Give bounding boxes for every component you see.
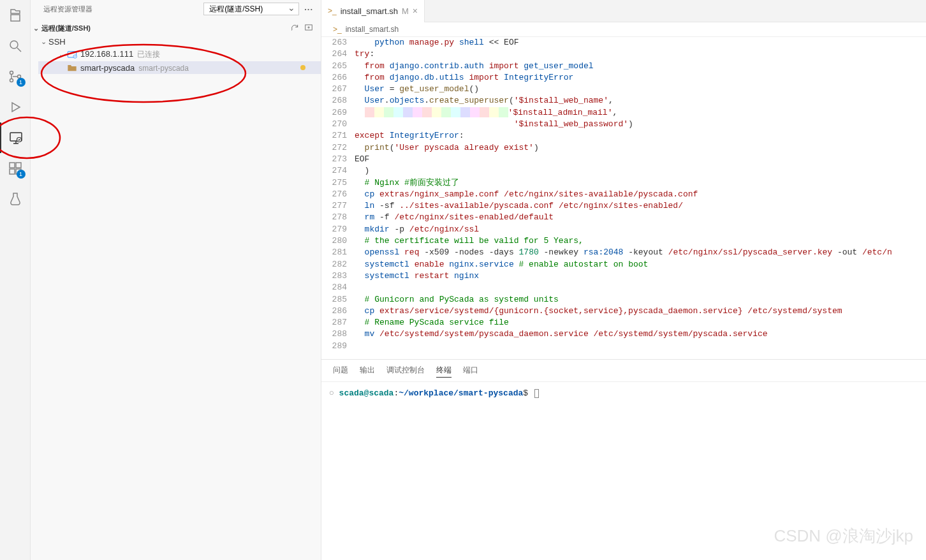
activity-bar: 1 1 — [0, 0, 31, 560]
vm-connect-icon — [66, 50, 78, 60]
editor-area: >_ install_smart.sh M × >_ install_smart… — [321, 0, 926, 560]
panel-tab-1[interactable]: 输出 — [360, 364, 375, 378]
explorer-icon[interactable] — [0, 0, 31, 31]
chevron-down-icon: ⌄ — [38, 38, 48, 46]
extensions-icon[interactable]: 1 — [0, 153, 31, 184]
sidebar-header: 远程资源管理器 远程(隧道/SSH) ··· — [31, 0, 321, 18]
svg-rect-8 — [10, 169, 15, 174]
remote-explorer-icon[interactable] — [0, 122, 31, 153]
panel-tab-2[interactable]: 调试控制台 — [386, 364, 425, 378]
cursor-icon — [534, 389, 539, 398]
ssh-group[interactable]: ⌄ SSH — [38, 36, 321, 48]
bottom-panel: 问题输出调试控制台终端端口 ○ scada@scada:~/workplace/… — [321, 359, 926, 560]
code-editor[interactable]: 2632642652662672682692702712722732742752… — [321, 37, 926, 359]
chevron-down-icon: ⌄ — [56, 50, 66, 59]
refresh-icon[interactable] — [290, 23, 299, 33]
svg-line-1 — [17, 48, 21, 52]
close-icon[interactable]: × — [413, 6, 418, 16]
panel-tabs: 问题输出调试控制台终端端口 — [321, 360, 926, 382]
terminal[interactable]: ○ scada@scada:~/workplace/smart-pyscada$ — [321, 382, 926, 560]
shell-file-icon: >_ — [333, 25, 342, 34]
svg-rect-10 — [16, 163, 21, 168]
testing-icon[interactable] — [0, 184, 31, 214]
svg-rect-7 — [10, 163, 15, 168]
panel-tab-4[interactable]: 端口 — [463, 364, 478, 378]
run-debug-icon[interactable] — [0, 92, 31, 122]
tab-bar: >_ install_smart.sh M × — [321, 0, 926, 22]
section-remote[interactable]: ⌄ 远程(隧道/SSH) — [31, 20, 321, 36]
remote-type-select[interactable]: 远程(隧道/SSH) — [203, 3, 299, 15]
shell-file-icon: >_ — [328, 6, 337, 15]
sidebar-title: 远程资源管理器 — [43, 4, 203, 14]
breadcrumb[interactable]: >_ install_smart.sh — [321, 22, 926, 37]
add-icon[interactable] — [304, 23, 313, 33]
active-dot-icon — [300, 65, 305, 70]
chevron-down-icon: ⌄ — [33, 24, 39, 33]
tab-install-smart[interactable]: >_ install_smart.sh M × — [321, 0, 425, 22]
panel-tab-0[interactable]: 问题 — [333, 364, 348, 378]
folder-icon — [66, 63, 78, 73]
svg-point-2 — [10, 71, 13, 75]
ssh-host[interactable]: ⌄ 192.168.1.111 已连接 — [38, 48, 321, 61]
sidebar: 远程资源管理器 远程(隧道/SSH) ··· ⌄ 远程(隧道/SSH) ⌄ — [31, 0, 321, 560]
panel-tab-3[interactable]: 终端 — [436, 364, 452, 378]
source-control-icon[interactable]: 1 — [0, 61, 31, 92]
more-icon[interactable]: ··· — [304, 4, 313, 14]
ssh-folder[interactable]: smart-pyscada smart-pyscada — [38, 61, 321, 74]
svg-point-0 — [10, 41, 18, 48]
search-icon[interactable] — [0, 31, 31, 61]
scm-badge: 1 — [17, 78, 26, 87]
svg-point-3 — [10, 79, 13, 82]
extensions-badge: 1 — [17, 170, 26, 179]
